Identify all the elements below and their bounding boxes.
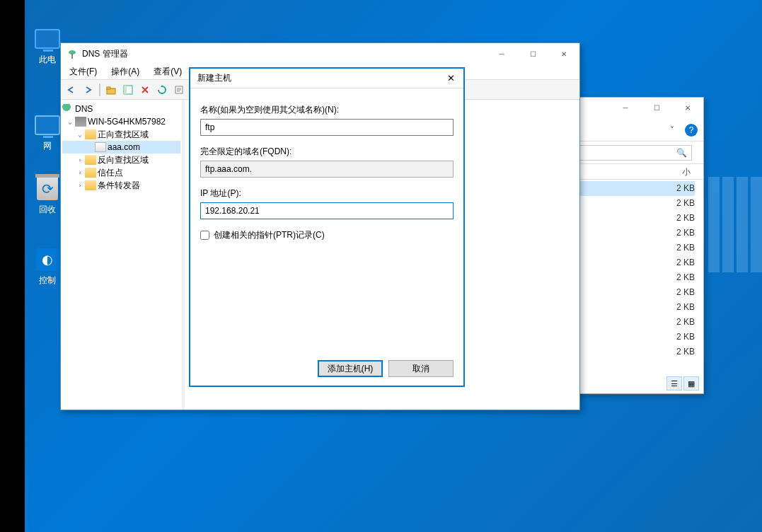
view-details-button[interactable]: ☰ xyxy=(666,376,682,391)
file-size: 2 KB xyxy=(676,302,695,312)
search-icon: 🔍 xyxy=(676,148,687,158)
menu-action[interactable]: 操作(A) xyxy=(108,64,142,79)
file-size: 2 KB xyxy=(676,228,695,238)
help-icon[interactable]: ? xyxy=(685,124,698,137)
toolbar-back[interactable] xyxy=(64,82,79,98)
button-label: 添加主机(H) xyxy=(328,363,374,375)
toolbar-show-hide[interactable] xyxy=(120,82,136,98)
svg-rect-1 xyxy=(107,87,110,89)
zone-icon xyxy=(95,142,106,152)
toolbar-refresh[interactable] xyxy=(154,82,170,98)
close-button[interactable]: ✕ xyxy=(548,44,579,64)
folder-icon xyxy=(85,129,96,139)
folder-icon xyxy=(85,180,96,190)
toolbar-forward[interactable] xyxy=(81,82,96,98)
control-panel-icon: ◐ xyxy=(36,248,59,271)
toolbar-delete[interactable] xyxy=(137,82,153,98)
maximize-button[interactable]: ☐ xyxy=(641,98,672,117)
column-header-size[interactable]: 小 xyxy=(682,167,691,177)
name-input[interactable] xyxy=(200,119,454,136)
add-host-button[interactable]: 添加主机(H) xyxy=(318,360,383,377)
fqdn-input xyxy=(200,161,454,178)
expand-icon[interactable]: › xyxy=(75,182,85,189)
ip-label: IP 地址(P): xyxy=(200,187,454,200)
cancel-button[interactable]: 取消 xyxy=(388,360,454,377)
tree-label: DNS xyxy=(75,104,93,114)
expand-icon[interactable]: › xyxy=(75,169,85,176)
dns-icon xyxy=(62,104,74,114)
new-host-dialog: 新建主机 ✕ 名称(如果为空则使用其父域名称)(N): 完全限定的域名(FQDN… xyxy=(190,68,464,386)
pc-icon xyxy=(35,29,60,49)
menu-file[interactable]: 文件(F) xyxy=(67,64,100,79)
tree-label: 反向查找区域 xyxy=(98,154,149,166)
name-label: 名称(如果为空则使用其父域名称)(N): xyxy=(200,104,454,116)
ptr-checkbox[interactable] xyxy=(200,231,209,240)
dns-app-icon xyxy=(67,48,78,59)
maximize-button[interactable]: ☐ xyxy=(517,44,548,64)
button-label: 取消 xyxy=(412,363,429,375)
menu-view[interactable]: 查看(V) xyxy=(151,64,185,79)
window-title: DNS 管理器 xyxy=(82,48,128,60)
tree-node-conditional-forwarders[interactable]: ›条件转发器 xyxy=(62,179,180,192)
network-icon xyxy=(35,115,60,135)
minimize-button[interactable]: ─ xyxy=(486,44,517,64)
folder-icon xyxy=(85,155,96,165)
ip-input[interactable] xyxy=(200,202,454,219)
tree-node-forward-zones[interactable]: ⌄正向查找区域 xyxy=(62,128,180,141)
file-size: 2 KB xyxy=(676,243,695,253)
ptr-checkbox-row[interactable]: 创建相关的指针(PTR)记录(C) xyxy=(200,229,454,241)
fqdn-label: 完全限定的域名(FQDN): xyxy=(200,146,454,158)
tree-node-trust-points[interactable]: ›信任点 xyxy=(62,166,180,179)
tree-node-dns[interactable]: DNS xyxy=(62,103,180,115)
recycle-bin-icon: ⟳ xyxy=(37,178,58,200)
tree-node-zone-aaa[interactable]: aaa.com xyxy=(62,141,180,154)
expand-icon[interactable]: ⌄ xyxy=(75,131,85,138)
tree-label: 信任点 xyxy=(98,167,123,179)
file-size: 2 KB xyxy=(676,347,695,357)
tree-label: 条件转发器 xyxy=(98,180,140,192)
ptr-label: 创建相关的指针(PTR)记录(C) xyxy=(214,229,325,241)
close-button[interactable]: ✕ xyxy=(438,69,463,88)
view-icons-button[interactable]: ▦ xyxy=(683,376,699,391)
file-size: 2 KB xyxy=(676,287,695,297)
file-size: 2 KB xyxy=(676,213,695,223)
toolbar-up[interactable] xyxy=(103,82,119,98)
svg-rect-3 xyxy=(124,86,127,94)
file-size: 2 KB xyxy=(676,183,695,193)
tree-node-server[interactable]: ⌄WIN-5G4HKM57982 xyxy=(62,115,180,128)
file-size: 2 KB xyxy=(676,332,695,342)
close-button[interactable]: ✕ xyxy=(672,98,703,117)
file-size: 2 KB xyxy=(676,272,695,282)
tree-label: WIN-5G4HKM57982 xyxy=(88,117,166,127)
server-icon xyxy=(75,117,86,127)
search-input[interactable]: 🔍 xyxy=(565,145,692,161)
toolbar-export[interactable] xyxy=(171,82,187,98)
file-size: 2 KB xyxy=(676,198,695,208)
minimize-button[interactable]: ─ xyxy=(610,98,641,117)
tree-panel: DNS ⌄WIN-5G4HKM57982 ⌄正向查找区域 aaa.com ›反向… xyxy=(61,100,185,410)
expand-icon[interactable]: ⌄ xyxy=(65,118,75,125)
tree-label: aaa.com xyxy=(108,142,140,152)
file-size: 2 KB xyxy=(676,258,695,267)
nav-dropdown[interactable]: ˅ xyxy=(665,123,679,137)
file-size: 2 KB xyxy=(676,317,695,327)
dialog-title: 新建主机 xyxy=(197,72,231,84)
folder-icon xyxy=(85,168,96,178)
expand-icon[interactable]: › xyxy=(75,156,85,163)
tree-label: 正向查找区域 xyxy=(98,129,149,141)
tree-node-reverse-zones[interactable]: ›反向查找区域 xyxy=(62,154,180,166)
toolbar-separator xyxy=(99,83,100,96)
